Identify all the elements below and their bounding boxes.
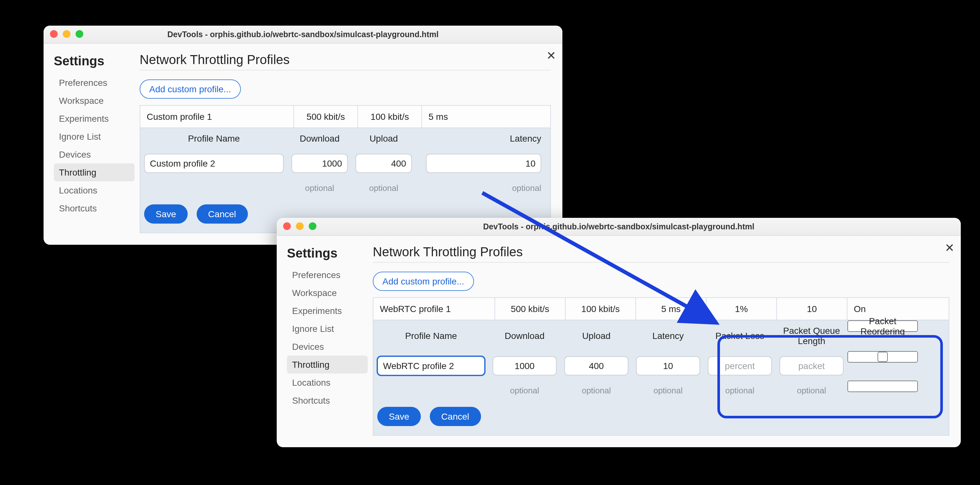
optional-label: optional: [288, 178, 352, 198]
col-label-upload: Upload: [352, 128, 416, 149]
add-custom-profile-button[interactable]: Add custom profile...: [373, 272, 474, 291]
page-title: Network Throttling Profiles: [140, 52, 551, 67]
download-input[interactable]: [493, 356, 557, 375]
save-button[interactable]: Save: [377, 407, 421, 426]
optional-label: optional: [489, 380, 560, 401]
close-window-icon[interactable]: [50, 30, 58, 38]
profile-latency-cell: 5 ms: [636, 298, 706, 320]
sidebar-item-experiments[interactable]: Experiments: [287, 302, 368, 320]
optional-label: optional: [352, 178, 416, 198]
latency-input[interactable]: [426, 154, 541, 173]
optional-label: optional: [416, 178, 550, 198]
sidebar-item-devices[interactable]: Devices: [54, 145, 135, 163]
cancel-button[interactable]: Cancel: [197, 204, 248, 224]
optional-label: optional: [560, 380, 632, 401]
col-label-latency: Latency: [416, 128, 550, 149]
minimize-window-icon[interactable]: [63, 30, 70, 38]
sidebar-item-locations[interactable]: Locations: [287, 374, 368, 391]
profile-name-input[interactable]: [377, 356, 485, 375]
close-window-icon[interactable]: [283, 222, 291, 230]
sidebar-item-shortcuts[interactable]: Shortcuts: [54, 199, 135, 217]
sidebar-item-preferences[interactable]: Preferences: [287, 266, 368, 284]
titlebar: DevTools - orphis.github.io/webrtc-sandb…: [43, 25, 562, 44]
zoom-window-icon[interactable]: [309, 222, 317, 230]
sidebar-item-experiments[interactable]: Experiments: [54, 110, 135, 127]
col-label-download: Download: [489, 320, 560, 351]
profile-queue-cell: 10: [777, 298, 847, 320]
profile-latency-cell: 5 ms: [422, 106, 550, 127]
packet-loss-input[interactable]: [708, 356, 772, 375]
packet-queue-input[interactable]: [780, 356, 843, 375]
col-label-upload: Upload: [560, 320, 632, 351]
packet-reordering-checkbox[interactable]: [878, 352, 888, 362]
edit-profile-form: Profile Name Download Upload Latency opt…: [140, 128, 551, 233]
sidebar-item-ignore-list[interactable]: Ignore List: [54, 127, 135, 145]
titlebar: DevTools - orphis.github.io/webrtc-sandb…: [277, 218, 961, 236]
col-label-packet-reordering: Packet Reordering: [847, 320, 918, 332]
page-title: Network Throttling Profiles: [373, 245, 949, 259]
minimize-window-icon[interactable]: [296, 222, 304, 230]
optional-label: optional: [632, 380, 704, 401]
profile-name-cell: WebRTC profile 1: [374, 298, 495, 320]
add-custom-profile-button[interactable]: Add custom profile...: [140, 80, 240, 99]
col-label-latency: Latency: [632, 320, 704, 351]
sidebar-item-locations[interactable]: Locations: [54, 181, 135, 199]
profile-row[interactable]: Custom profile 1 500 kbit/s 100 kbit/s 5…: [140, 106, 550, 127]
upload-input[interactable]: [564, 356, 628, 375]
profiles-table: Custom profile 1 500 kbit/s 100 kbit/s 5…: [140, 105, 551, 128]
optional-label: optional: [704, 380, 776, 401]
close-icon[interactable]: ✕: [546, 49, 556, 63]
sidebar-item-workspace[interactable]: Workspace: [287, 284, 368, 302]
window-title: DevTools - orphis.github.io/webrtc-sandb…: [167, 30, 439, 39]
profile-download-cell: 500 kbit/s: [294, 106, 358, 127]
col-label-name: Profile Name: [374, 320, 489, 351]
window-title: DevTools - orphis.github.io/webrtc-sandb…: [483, 222, 754, 231]
profile-upload-cell: 100 kbit/s: [358, 106, 422, 127]
cancel-button[interactable]: Cancel: [430, 407, 481, 426]
optional-label: optional: [776, 380, 847, 401]
profile-upload-cell: 100 kbit/s: [566, 298, 636, 320]
sidebar-item-ignore-list[interactable]: Ignore List: [287, 320, 368, 338]
sidebar-item-preferences[interactable]: Preferences: [54, 74, 135, 92]
settings-sidebar: Settings Preferences Workspace Experimen…: [43, 44, 140, 245]
download-input[interactable]: [291, 154, 348, 173]
latency-input[interactable]: [636, 356, 700, 375]
zoom-window-icon[interactable]: [76, 30, 83, 38]
sidebar-item-shortcuts[interactable]: Shortcuts: [287, 391, 368, 409]
sidebar-item-throttling[interactable]: Throttling: [54, 163, 135, 181]
col-label-name: Profile Name: [140, 128, 288, 149]
profile-name-input[interactable]: [144, 154, 284, 173]
sidebar-item-throttling[interactable]: Throttling: [287, 356, 368, 374]
col-label-download: Download: [288, 128, 352, 149]
devtools-window-after: DevTools - orphis.github.io/webrtc-sandb…: [277, 218, 961, 447]
sidebar-title: Settings: [287, 246, 368, 261]
traffic-lights: [50, 30, 83, 38]
profile-name-cell: Custom profile 1: [140, 106, 294, 127]
col-label-packet-loss: Packet Loss: [704, 320, 776, 351]
col-label-packet-queue: Packet Queue Length: [776, 320, 847, 351]
sidebar-title: Settings: [54, 54, 135, 68]
close-icon[interactable]: ✕: [945, 241, 955, 255]
profile-loss-cell: 1%: [706, 298, 777, 320]
settings-sidebar: Settings Preferences Workspace Experimen…: [277, 236, 373, 447]
traffic-lights: [283, 222, 317, 230]
upload-input[interactable]: [355, 154, 412, 173]
edit-profile-form: Profile Name Download Upload Latency Pac…: [373, 320, 949, 436]
save-button[interactable]: Save: [144, 204, 188, 224]
devtools-window-before: DevTools - orphis.github.io/webrtc-sandb…: [43, 25, 562, 245]
profile-download-cell: 500 kbit/s: [495, 298, 566, 320]
sidebar-item-workspace[interactable]: Workspace: [54, 92, 135, 110]
sidebar-item-devices[interactable]: Devices: [287, 338, 368, 356]
